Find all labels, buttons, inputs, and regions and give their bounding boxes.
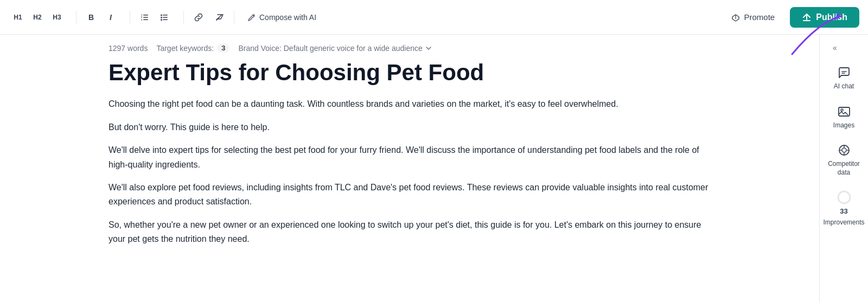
h2-button[interactable]: H2: [28, 8, 47, 27]
editor-content[interactable]: Expert Tips for Choosing Pet Food Choosi…: [0, 59, 819, 247]
clear-format-button[interactable]: [210, 8, 228, 27]
svg-point-7: [161, 14, 162, 16]
promote-button[interactable]: Promote: [723, 8, 784, 27]
brand-voice-label: Brand Voice: Default generic voice for a…: [238, 44, 422, 53]
paragraph-3: We'll delve into expert tips for selecti…: [108, 143, 711, 172]
svg-rect-12: [163, 19, 168, 20]
italic-button[interactable]: I: [101, 8, 120, 27]
word-count: 1297 words: [108, 44, 148, 53]
svg-rect-8: [163, 15, 168, 16]
editor-area[interactable]: 1297 words Target keywords: 3 Brand Voic…: [0, 35, 819, 302]
paragraph-2: But don't worry. This guide is here to h…: [108, 120, 711, 134]
svg-point-24: [838, 191, 850, 203]
competitor-data-icon: [837, 143, 852, 158]
paragraph-5: So, whether you're a new pet owner or an…: [108, 218, 711, 247]
improvements-label: Improvements: [823, 219, 864, 227]
h1-button[interactable]: H1: [9, 8, 27, 27]
ai-chat-icon: [837, 65, 852, 80]
format-buttons: B I: [82, 8, 120, 27]
svg-point-9: [161, 16, 162, 18]
divider-4: [234, 11, 234, 24]
link-button[interactable]: [189, 8, 208, 27]
svg-point-15: [254, 16, 254, 17]
divider-1: [76, 11, 76, 24]
bold-button[interactable]: B: [82, 8, 100, 27]
article-body: Choosing the right pet food can be a dau…: [108, 97, 711, 246]
paragraph-1: Choosing the right pet food can be a dau…: [108, 97, 711, 111]
svg-rect-3: [143, 19, 148, 20]
publish-button[interactable]: Publish: [790, 7, 859, 28]
divider-2: [130, 11, 130, 24]
toolbar-right: Promote Publish: [723, 7, 859, 28]
svg-point-17: [841, 109, 843, 111]
compose-ai-button[interactable]: Compose with AI: [240, 10, 324, 25]
keywords-meta: Target keywords: 3: [156, 43, 229, 53]
svg-text:3: 3: [141, 18, 143, 21]
sidebar-item-ai-chat[interactable]: AI chat: [822, 59, 866, 98]
collapse-sidebar-button[interactable]: «: [824, 39, 846, 56]
improvements-icon: [837, 190, 852, 205]
paragraph-4: We'll also explore pet food reviews, inc…: [108, 181, 711, 209]
main-area: 1297 words Target keywords: 3 Brand Voic…: [0, 35, 868, 302]
svg-rect-2: [143, 17, 148, 18]
h3-button[interactable]: H3: [48, 8, 66, 27]
article-title: Expert Tips for Choosing Pet Food: [108, 59, 711, 86]
ai-chat-label: AI chat: [834, 82, 854, 91]
svg-rect-1: [143, 15, 148, 16]
svg-point-14: [254, 14, 255, 15]
improvements-count: 33: [840, 207, 847, 216]
svg-point-19: [842, 148, 846, 152]
toolbar: H1 H2 H3 B I 1 2 3: [0, 0, 868, 35]
images-label: Images: [833, 121, 854, 130]
unordered-list-button[interactable]: [155, 8, 174, 27]
list-buttons: 1 2 3: [136, 8, 174, 27]
divider-3: [183, 11, 184, 24]
competitor-data-label: Competitor data: [827, 160, 861, 177]
sidebar-item-competitor-data[interactable]: Competitor data: [822, 136, 866, 183]
heading-buttons: H1 H2 H3: [9, 8, 66, 27]
keywords-label: Target keywords:: [156, 44, 214, 53]
images-icon: [837, 104, 852, 119]
keywords-badge: 3: [217, 43, 229, 53]
ordered-list-button[interactable]: 1 2 3: [136, 8, 154, 27]
sidebar-item-improvements[interactable]: 33 Improvements: [822, 183, 866, 233]
svg-rect-10: [163, 17, 168, 18]
sidebar-item-images[interactable]: Images: [822, 98, 866, 137]
brand-voice-selector[interactable]: Brand Voice: Default generic voice for a…: [238, 44, 432, 53]
right-sidebar: « AI chat Images: [819, 35, 868, 302]
svg-point-11: [161, 19, 162, 21]
chevron-down-icon: [425, 44, 432, 52]
editor-meta: 1297 words Target keywords: 3 Brand Voic…: [0, 35, 819, 59]
